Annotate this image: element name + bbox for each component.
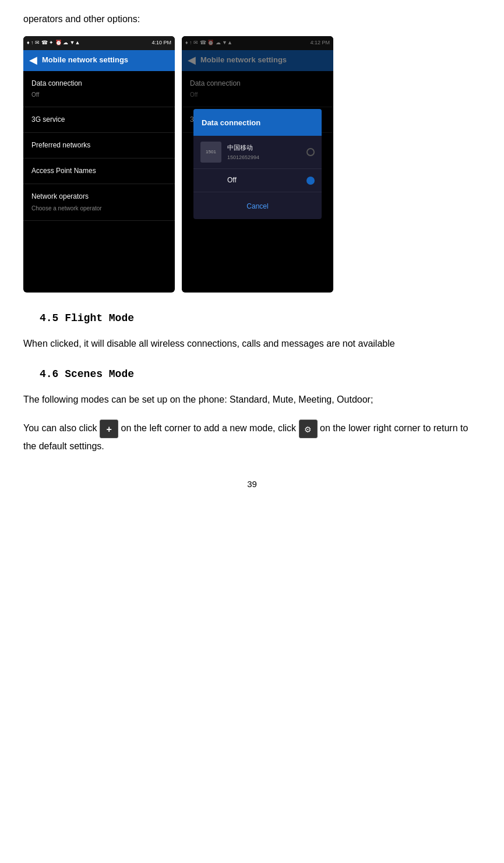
- phone-screen-1: ♦ ↑ ✉ ☎ ✦ ⏰ ☁ ▼▲ 4:10 PM ◀ Mobile networ…: [23, 36, 175, 293]
- carrier-number: 15012652994: [227, 153, 301, 161]
- list-item[interactable]: Preferred networks: [23, 133, 175, 158]
- carrier-name: 中国移动: [227, 143, 301, 153]
- status-time-1: 4:10 PM: [151, 38, 171, 47]
- carrier-info: 中国移动 15012652994: [227, 143, 301, 161]
- section-46-heading: 4.6 Scenes Mode: [40, 366, 481, 383]
- item-title: 3G service: [31, 114, 167, 125]
- radio-option-1[interactable]: [306, 148, 315, 156]
- item-title: Data connection: [31, 78, 167, 89]
- item-title: Network operators: [31, 191, 167, 202]
- section-45-paragraph: When clicked, it will disable all wirele…: [23, 336, 481, 351]
- item-title: Access Point Names: [31, 165, 167, 177]
- status-bar-1: ♦ ↑ ✉ ☎ ✦ ⏰ ☁ ▼▲ 4:10 PM: [23, 36, 175, 50]
- off-label: Off: [200, 175, 301, 186]
- paragraph2-start: You can also click: [23, 423, 97, 433]
- page-number: 39: [23, 477, 481, 491]
- section-45-heading: 4.5 Flight Mode: [40, 310, 481, 327]
- item-subtitle: Off: [31, 90, 167, 100]
- title-bar-1: ◀ Mobile network settings: [23, 50, 175, 71]
- status-icons-left-1: ♦ ↑ ✉ ☎ ✦ ⏰ ☁ ▼▲: [27, 38, 80, 47]
- item-subtitle: Choose a network operator: [31, 204, 167, 213]
- list-item[interactable]: 3G service: [23, 107, 175, 133]
- section-46-paragraph1: The following modes can be set up on the…: [23, 392, 481, 407]
- list-item[interactable]: Network operators Choose a network opera…: [23, 184, 175, 220]
- cancel-label: Cancel: [246, 202, 268, 210]
- dialog-title-bar: Data connection: [193, 109, 322, 136]
- dialog-title: Data connection: [202, 118, 260, 127]
- list-item[interactable]: Data connection Off: [23, 71, 175, 107]
- phone-screen-2: ♦ ↑ ✉ ☎ ⏰ ☁ ▼▲ 4:12 PM ◀ Mobile network …: [182, 36, 333, 293]
- screen1-title: Mobile network settings: [42, 54, 128, 66]
- default-settings-button-icon[interactable]: ⚙: [299, 420, 318, 438]
- screenshots-row: ♦ ↑ ✉ ☎ ✦ ⏰ ☁ ▼▲ 4:10 PM ◀ Mobile networ…: [23, 36, 481, 293]
- paragraph2-mid: on the left corner to add a new mode, cl…: [121, 423, 297, 433]
- dialog-option-1[interactable]: 1501 中国移动 15012652994: [193, 136, 322, 169]
- item-title: Preferred networks: [31, 140, 167, 151]
- carrier-badge: 1501: [200, 142, 221, 163]
- list-item[interactable]: Access Point Names: [23, 158, 175, 184]
- back-icon-1[interactable]: ◀: [29, 52, 37, 69]
- add-mode-button-icon[interactable]: +: [100, 420, 118, 438]
- dialog-overlay: Data connection 1501 中国移动 15012652994 Of…: [182, 36, 333, 293]
- intro-text: operators and other options:: [23, 12, 481, 27]
- dialog-option-off[interactable]: Off: [193, 169, 322, 192]
- dialog-cancel[interactable]: Cancel: [193, 192, 322, 219]
- radio-option-off[interactable]: [306, 177, 315, 185]
- section-46-paragraph2: You can also click + on the left corner …: [23, 420, 481, 454]
- settings-list-1: Data connection Off 3G service Preferred…: [23, 71, 175, 221]
- data-connection-dialog: Data connection 1501 中国移动 15012652994 Of…: [193, 109, 322, 219]
